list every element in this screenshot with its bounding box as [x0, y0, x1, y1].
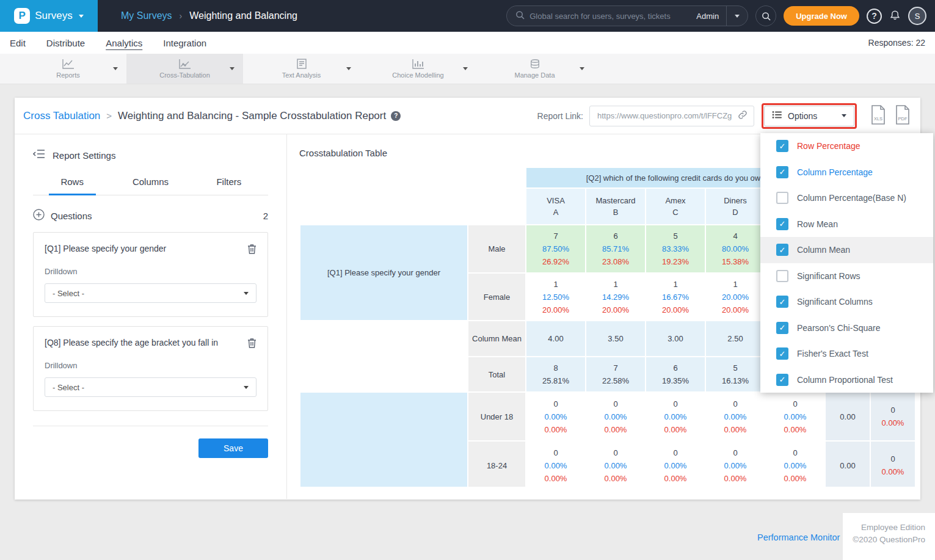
trash-icon — [247, 341, 256, 350]
report-link-label: Report Link: — [537, 111, 583, 121]
export-xls-button[interactable]: XLS — [870, 105, 886, 126]
breadcrumb-separator: > — [106, 111, 112, 121]
question-title: [Q1] Please specify your gender — [45, 244, 247, 253]
responses-count: Responses: 22 — [868, 38, 925, 48]
option-fisher-s-exact-test[interactable]: ✓Fisher's Exact Test — [760, 341, 933, 367]
edition-box: Employee Edition ©2020 QuestionPro — [843, 513, 935, 560]
options-button[interactable]: Options — [764, 106, 854, 126]
checkbox-unchecked-icon[interactable] — [776, 192, 788, 204]
cell-value: 0.00% — [526, 423, 585, 436]
delete-question-button[interactable] — [247, 244, 256, 256]
cell-value: 7 — [526, 230, 585, 242]
svg-text:PDF: PDF — [898, 116, 908, 122]
option-significant-rows[interactable]: Significant Rows — [760, 263, 933, 289]
breadcrumb-my-surveys[interactable]: My Surveys — [121, 10, 172, 21]
nav-item-edit[interactable]: Edit — [10, 38, 26, 48]
data-cell: 2.50 — [706, 321, 765, 356]
search-submit-button[interactable] — [755, 5, 776, 26]
toolbar-item-text-analysis[interactable]: Text Analysis — [243, 54, 360, 84]
chevron-down-icon[interactable] — [580, 67, 584, 70]
option-column-proportional-test[interactable]: ✓Column Proportional Test — [760, 367, 933, 393]
report-url-input[interactable] — [597, 111, 738, 120]
nav-item-distribute[interactable]: Distribute — [46, 38, 85, 48]
product-switcher[interactable]: P Surveys — [0, 0, 98, 32]
checkbox-unchecked-icon[interactable] — [776, 270, 788, 282]
save-button[interactable]: Save — [198, 438, 268, 458]
add-question-icon[interactable] — [33, 209, 45, 223]
cell-value: 0.00% — [586, 423, 645, 436]
drilldown-select[interactable]: - Select - — [45, 377, 256, 397]
cell-value: 3.50 — [586, 332, 645, 345]
chevron-down-icon[interactable] — [113, 67, 118, 70]
tab-rows[interactable]: Rows — [33, 170, 111, 195]
chevron-down-icon[interactable] — [463, 67, 468, 70]
cell-value: 20.00% — [526, 304, 585, 316]
option-significant-columns[interactable]: ✓Significant Columns — [760, 289, 933, 315]
toolbar-item-choice-modelling[interactable]: Choice Modelling — [360, 54, 476, 84]
chevron-down-icon[interactable] — [79, 15, 84, 18]
chevron-down-icon[interactable] — [346, 67, 351, 70]
delete-question-button[interactable] — [247, 338, 256, 350]
option-pearson-s-chi-square[interactable]: ✓Pearson's Chi-Square — [760, 315, 933, 341]
cell-value: 0 — [706, 446, 765, 459]
checkbox-checked-icon[interactable]: ✓ — [776, 166, 788, 178]
questions-header-row: Questions 2 — [33, 209, 268, 223]
cell-value: 3.00 — [646, 332, 705, 345]
row-label-column-mean: Column Mean — [468, 321, 525, 356]
option-column-mean[interactable]: ✓Column Mean — [760, 237, 933, 263]
export-pdf-button[interactable]: PDF — [895, 105, 911, 126]
nav-item-integration[interactable]: Integration — [163, 38, 206, 48]
option-row-percentage[interactable]: ✓Row Percentage — [760, 133, 933, 159]
toolbar-item-reports[interactable]: Reports — [10, 54, 126, 84]
questions-count: 2 — [263, 211, 268, 221]
toolbar-item-manage-data[interactable]: Manage Data — [476, 54, 593, 84]
notifications-bell-icon[interactable] — [889, 9, 901, 23]
option-row-mean[interactable]: ✓Row Mean — [760, 211, 933, 238]
cell-value: 0.00% — [766, 459, 824, 472]
checkbox-checked-icon[interactable]: ✓ — [776, 374, 788, 386]
survey-nav-items: EditDistributeAnalyticsIntegration — [10, 38, 206, 48]
cell-value: 0 — [871, 404, 915, 416]
cell-value: 0 — [766, 446, 824, 459]
tab-filters[interactable]: Filters — [190, 170, 268, 195]
tab-columns[interactable]: Columns — [111, 170, 189, 195]
checkbox-checked-icon[interactable]: ✓ — [776, 218, 788, 230]
search-input[interactable] — [529, 12, 689, 21]
checkbox-checked-icon[interactable]: ✓ — [776, 140, 788, 152]
chevron-down-icon[interactable] — [230, 67, 235, 70]
cell-value: 12.50% — [526, 291, 585, 304]
user-avatar[interactable]: S — [908, 7, 926, 25]
collapse-settings-icon[interactable] — [33, 149, 45, 161]
cell-value: 0.00% — [766, 472, 824, 485]
report-help-icon[interactable]: ? — [391, 111, 401, 121]
cell-value: 0.00% — [586, 410, 645, 423]
option-column-percentage[interactable]: ✓Column Percentage — [760, 159, 933, 186]
checkbox-checked-icon[interactable]: ✓ — [776, 322, 788, 334]
chevron-down-icon — [244, 386, 249, 389]
breadcrumb-cross-tabulation[interactable]: Cross Tabulation — [23, 110, 100, 122]
breadcrumb-separator: › — [180, 11, 183, 21]
cell-value: 16.13% — [706, 374, 765, 387]
drilldown-select[interactable]: - Select - — [45, 283, 256, 303]
data-cell: 00.00%0.00% — [586, 442, 645, 487]
checkbox-checked-icon[interactable]: ✓ — [776, 347, 788, 360]
checkbox-checked-icon[interactable]: ✓ — [776, 296, 788, 308]
toolbar-item-cross-tabulation[interactable]: Cross-Tabulation — [126, 54, 243, 84]
help-icon[interactable]: ? — [867, 9, 882, 24]
search-scope-dropdown[interactable] — [726, 6, 748, 26]
toolbar-item-label: Reports — [56, 71, 80, 79]
nav-item-analytics[interactable]: Analytics — [106, 38, 142, 48]
option-label: Significant Rows — [797, 271, 860, 281]
option-label: Column Percentage(Base N) — [797, 193, 906, 203]
option-column-percentage-base-n[interactable]: Column Percentage(Base N) — [760, 185, 933, 211]
cell-value: 83.33% — [646, 242, 705, 255]
report-header: Cross Tabulation > Weighting and Balanci… — [15, 98, 920, 134]
page-title: Weighting and Balancing — [189, 10, 297, 21]
checkbox-checked-icon[interactable]: ✓ — [776, 244, 788, 256]
link-icon[interactable] — [738, 110, 748, 122]
performance-monitor-link[interactable]: Performance Monitor — [757, 533, 840, 542]
search-scope-value[interactable]: Admin — [689, 12, 726, 21]
upgrade-now-button[interactable]: Upgrade Now — [784, 6, 859, 26]
chevron-down-icon — [244, 292, 249, 295]
data-cell: 112.50%20.00% — [526, 274, 585, 320]
